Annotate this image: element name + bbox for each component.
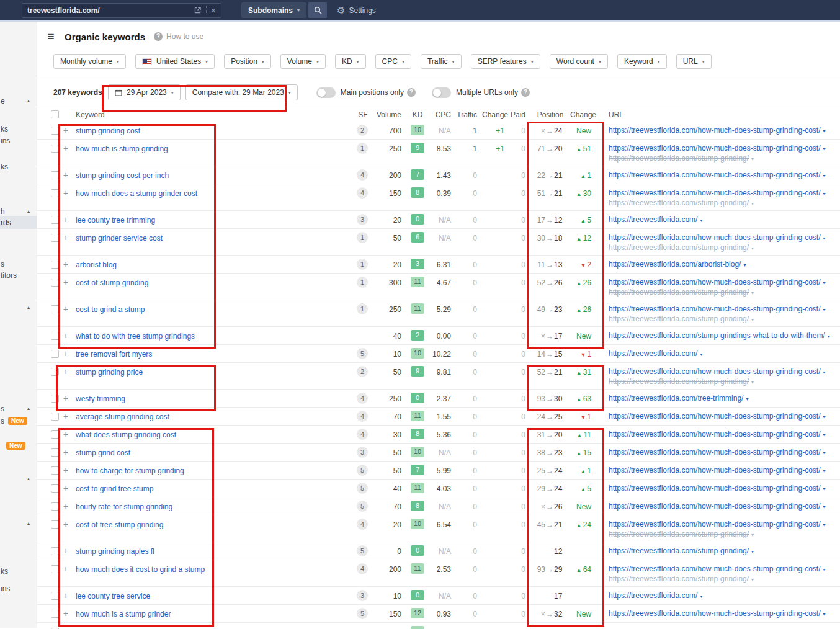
row-checkbox[interactable] [51, 395, 59, 403]
row-checkbox[interactable] [51, 565, 59, 573]
chevron-down-icon[interactable]: ▾ [823, 450, 825, 456]
keyword-link[interactable]: westy trimming [76, 390, 351, 403]
sidebar-item[interactable]: ins [0, 582, 37, 595]
column-header-cpc[interactable]: CPC [429, 110, 456, 119]
chevron-down-icon[interactable]: ▾ [823, 146, 825, 152]
chevron-down-icon[interactable]: ▾ [823, 414, 825, 420]
row-checkbox[interactable] [51, 145, 59, 153]
row-checkbox[interactable] [51, 261, 59, 269]
chevron-down-icon[interactable]: ▾ [751, 532, 754, 538]
url-link[interactable]: https://treewestflorida.com/stump-grindi… [609, 574, 749, 583]
keyword-link[interactable]: stump grinding cost per inch [76, 166, 351, 180]
select-all-checkbox[interactable] [51, 110, 59, 118]
collapse-arrow-icon[interactable]: ▴ [27, 98, 30, 104]
add-keyword-icon[interactable]: + [63, 274, 76, 287]
chevron-down-icon[interactable]: ▾ [823, 236, 825, 241]
filter-button-volume[interactable]: Volume▾ [280, 54, 326, 69]
chevron-down-icon[interactable]: ▾ [828, 334, 830, 339]
row-checkbox[interactable] [51, 413, 59, 421]
sidebar-item[interactable]: New [0, 439, 37, 452]
column-header-position[interactable]: Position [530, 110, 570, 119]
chevron-down-icon[interactable]: ▾ [700, 594, 702, 599]
keyword-link[interactable]: stump grinding cost [76, 122, 351, 135]
row-checkbox[interactable] [51, 127, 59, 135]
chevron-down-icon[interactable]: ▾ [700, 218, 702, 223]
row-checkbox[interactable] [51, 448, 59, 457]
url-link[interactable]: https://treewestflorida.com/ [609, 349, 697, 358]
sidebar-item[interactable]: ▴ [0, 472, 37, 485]
keyword-link[interactable]: stump grind cost [76, 444, 351, 457]
keyword-link[interactable]: how much is stump grinding [76, 140, 351, 153]
chevron-down-icon[interactable]: ▾ [700, 352, 702, 357]
url-link[interactable]: https://treewestflorida.com/stump-grindi… [609, 377, 749, 386]
main-positions-toggle[interactable] [316, 87, 336, 98]
add-keyword-icon[interactable]: + [63, 229, 76, 243]
add-keyword-icon[interactable]: + [63, 444, 76, 457]
row-checkbox[interactable] [51, 592, 59, 600]
chevron-down-icon[interactable]: ▾ [823, 522, 825, 528]
keyword-link[interactable]: cost to grind a stump [76, 300, 351, 314]
url-link[interactable]: https://treewestflorida.com/how-much-doe… [609, 233, 820, 242]
chevron-down-icon[interactable]: ▾ [823, 567, 825, 573]
help-icon[interactable]: ? [521, 88, 530, 97]
keyword-link[interactable]: cost to grind tree stump [76, 480, 351, 493]
row-checkbox[interactable] [51, 520, 59, 529]
row-checkbox[interactable] [51, 234, 59, 242]
chevron-down-icon[interactable]: ▾ [823, 612, 825, 617]
chevron-down-icon[interactable]: ▾ [823, 191, 825, 197]
url-link[interactable]: https://treewestflorida.com/how-much-doe… [609, 412, 820, 421]
column-header-keyword[interactable]: Keyword [76, 110, 351, 119]
chevron-down-icon[interactable]: ▾ [743, 262, 746, 268]
chevron-down-icon[interactable]: ▾ [823, 307, 825, 313]
add-keyword-icon[interactable]: + [63, 497, 76, 511]
filter-button-serp-features[interactable]: SERP features▾ [471, 54, 540, 69]
collapse-arrow-icon[interactable]: ▴ [27, 406, 30, 411]
filter-button-url[interactable]: URL▾ [676, 54, 712, 69]
help-icon[interactable]: ? [407, 88, 416, 97]
row-checkbox[interactable] [51, 305, 59, 313]
row-checkbox[interactable] [51, 350, 59, 358]
keyword-link[interactable]: what does stump grinding cost [76, 426, 351, 439]
add-keyword-icon[interactable]: + [63, 623, 76, 629]
column-header-paid[interactable]: Paid [509, 110, 530, 119]
url-link[interactable]: https://treewestflorida.com/how-much-doe… [609, 609, 820, 618]
chevron-down-icon[interactable]: ▾ [823, 280, 825, 286]
url-link[interactable]: https://treewestflorida.com/stump-grindi… [609, 530, 749, 538]
add-keyword-icon[interactable]: + [63, 327, 76, 341]
add-keyword-icon[interactable]: + [63, 140, 76, 153]
chevron-down-icon[interactable]: ▾ [751, 380, 754, 385]
sidebar-item[interactable]: ▴ [0, 517, 37, 530]
url-link[interactable]: https://treewestflorida.com/how-much-doe… [609, 305, 820, 313]
sidebar-item[interactable]: rds [0, 216, 37, 229]
keyword-link[interactable]: how much does a stump grinder cost [76, 184, 351, 198]
keyword-link[interactable]: what to do with tree stump grindings [76, 327, 351, 341]
chevron-down-icon[interactable]: ▾ [751, 577, 754, 582]
url-link[interactable]: https://treewestflorida.com/stump-grindi… [609, 331, 825, 340]
url-link[interactable]: https://treewestflorida.com/stump-grindi… [609, 288, 749, 297]
add-keyword-icon[interactable]: + [63, 560, 76, 574]
column-header-volume[interactable]: Volume [375, 110, 406, 119]
chevron-down-icon[interactable]: ▾ [751, 201, 754, 207]
add-keyword-icon[interactable]: + [63, 211, 76, 225]
row-checkbox[interactable] [51, 332, 59, 340]
column-header-position-change[interactable]: Change [570, 110, 607, 119]
collapse-arrow-icon[interactable]: ▴ [27, 476, 30, 481]
add-keyword-icon[interactable]: + [63, 426, 76, 439]
sidebar-item[interactable]: e▴ [0, 94, 37, 107]
date-picker-button[interactable]: 29 Apr 2023 ▾ [108, 84, 181, 100]
url-link[interactable]: https://treewestflorida.com/how-much-doe… [609, 171, 820, 179]
keyword-link[interactable]: stump grinding price [76, 363, 351, 377]
url-link[interactable]: https://treewestflorida.com/how-much-doe… [609, 466, 820, 475]
chevron-down-icon[interactable]: ▾ [751, 156, 754, 162]
row-checkbox[interactable] [51, 502, 59, 511]
column-header-traffic[interactable]: Traffic [456, 110, 482, 119]
sidebar-item[interactable]: ins [0, 134, 37, 147]
keyword-link[interactable]: tree removal fort myers [76, 345, 351, 359]
keyword-link[interactable]: stump grinding naples fl [76, 542, 351, 556]
search-button[interactable] [308, 2, 327, 18]
add-keyword-icon[interactable]: + [63, 480, 76, 493]
sidebar-item[interactable]: titors [0, 269, 37, 282]
add-keyword-icon[interactable]: + [63, 184, 76, 198]
row-checkbox[interactable] [51, 368, 59, 376]
collapse-arrow-icon[interactable]: ▴ [27, 520, 30, 526]
